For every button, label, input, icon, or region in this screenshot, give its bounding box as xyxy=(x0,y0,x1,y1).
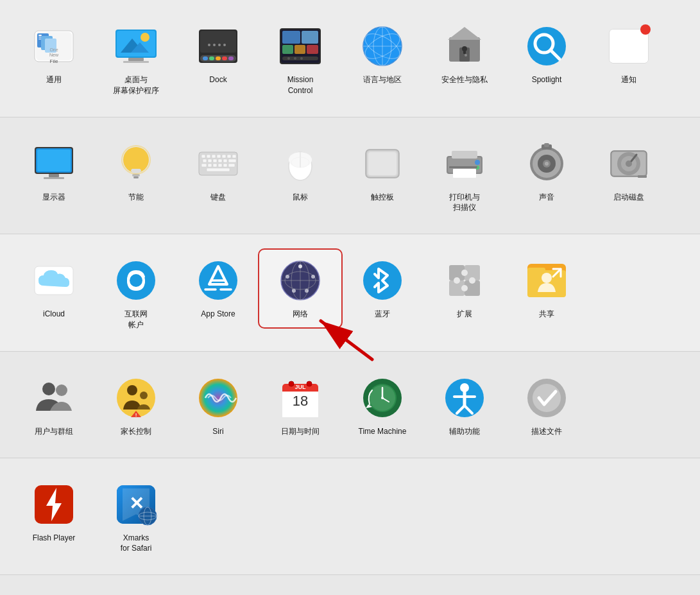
item-icloud[interactable]: iCloud xyxy=(13,250,95,327)
item-sound[interactable]: 声音 xyxy=(506,133,588,211)
dock-icon xyxy=(195,23,241,69)
svg-rect-110 xyxy=(544,143,549,147)
keyboard-icon xyxy=(195,141,241,187)
item-siri[interactable]: Siri xyxy=(177,367,259,445)
svg-rect-85 xyxy=(213,164,217,167)
svg-rect-25 xyxy=(228,56,234,60)
item-mouse[interactable]: 鼠标 xyxy=(259,133,341,211)
svg-rect-36 xyxy=(307,45,318,54)
svg-point-141 xyxy=(461,270,468,276)
item-users[interactable]: 用户与群组 xyxy=(13,367,95,445)
appstore-icon xyxy=(195,257,241,304)
item-displays[interactable]: 显示器 xyxy=(13,133,95,211)
network-label: 网络 xyxy=(293,309,308,320)
item-datetime[interactable]: JUL 18 日期与时间 xyxy=(259,367,341,445)
accessibility-icon xyxy=(441,375,488,421)
internet-label: 互联网帐户 xyxy=(124,309,148,331)
item-dock[interactable]: Dock xyxy=(177,15,259,93)
item-language[interactable]: 语言与地区 xyxy=(341,15,423,93)
svg-point-153 xyxy=(127,385,137,395)
item-extensions[interactable]: 扩展 xyxy=(423,250,506,327)
item-trackpad[interactable]: 触控板 xyxy=(341,133,423,211)
mission-icon xyxy=(277,23,323,69)
svg-point-38 xyxy=(287,57,290,60)
item-keyboard[interactable]: 键盘 xyxy=(177,133,259,211)
flashplayer-icon xyxy=(31,481,77,528)
item-parental[interactable]: ! 家长控制 xyxy=(95,367,177,445)
svg-rect-73 xyxy=(217,155,221,158)
users-icon xyxy=(31,375,77,421)
item-general[interactable]: File New One 通用 xyxy=(13,15,95,93)
svg-point-132 xyxy=(286,275,289,279)
svg-rect-22 xyxy=(209,56,214,60)
svg-text:!: ! xyxy=(135,412,137,418)
svg-point-52 xyxy=(465,54,467,56)
mouse-icon xyxy=(277,141,323,187)
grid-other: Flash Player xyxy=(13,474,687,562)
svg-point-29 xyxy=(223,44,226,46)
item-startup[interactable]: 启动磁盘 xyxy=(588,133,670,211)
item-notifications[interactable]: 通知 xyxy=(588,15,670,93)
item-flashplayer[interactable]: Flash Player xyxy=(13,474,95,551)
item-profiles[interactable]: 描述文件 xyxy=(506,367,588,445)
svg-text:New: New xyxy=(49,53,59,57)
displays-label: 显示器 xyxy=(42,192,65,203)
dock-label: Dock xyxy=(209,74,226,85)
item-internet-accounts[interactable]: 互联网帐户 xyxy=(95,250,177,338)
spotlight-label: Spotlight xyxy=(532,74,562,85)
item-sharing[interactable]: 共享 xyxy=(506,250,588,327)
svg-rect-24 xyxy=(222,56,227,60)
item-mission[interactable]: MissionControl xyxy=(259,15,341,104)
datetime-icon: JUL 18 xyxy=(277,375,323,421)
item-appstore[interactable]: App Store xyxy=(177,250,259,327)
svg-point-165 xyxy=(289,381,294,386)
svg-point-148 xyxy=(542,273,552,283)
item-security[interactable]: 安全性与隐私 xyxy=(423,15,506,93)
bluetooth-icon xyxy=(359,257,405,304)
svg-rect-71 xyxy=(207,155,210,158)
desktop-icon xyxy=(113,23,159,69)
svg-rect-99 xyxy=(452,151,477,159)
svg-point-133 xyxy=(311,275,315,279)
bluetooth-label: 蓝牙 xyxy=(375,309,390,320)
svg-rect-88 xyxy=(228,164,235,167)
spotlight-icon xyxy=(524,23,570,69)
desktop-label: 桌面与屏幕保护程序 xyxy=(113,74,159,96)
profiles-icon xyxy=(524,375,570,421)
svg-point-119 xyxy=(117,261,155,300)
svg-point-154 xyxy=(140,392,148,399)
grid-personal: File New One 通用 xyxy=(13,15,687,104)
svg-rect-16 xyxy=(128,58,144,61)
item-energy[interactable]: 节能 xyxy=(95,133,177,211)
svg-rect-34 xyxy=(282,45,293,54)
svg-text:File: File xyxy=(50,58,58,64)
section-personal: File New One 通用 xyxy=(0,0,700,117)
svg-rect-83 xyxy=(201,164,207,167)
svg-rect-96 xyxy=(368,152,397,175)
item-desktop[interactable]: 桌面与屏幕保护程序 xyxy=(95,15,177,104)
general-icon: File New One xyxy=(31,23,77,69)
item-spotlight[interactable]: Spotlight xyxy=(506,15,588,93)
svg-rect-32 xyxy=(282,31,300,44)
svg-rect-117 xyxy=(638,175,647,178)
mission-label: MissionControl xyxy=(287,74,314,96)
internet-icon xyxy=(113,257,159,304)
svg-rect-103 xyxy=(449,166,477,168)
svg-rect-21 xyxy=(203,56,208,60)
network-icon xyxy=(277,257,323,304)
svg-rect-75 xyxy=(227,155,231,158)
section-system: 用户与群组 ! xyxy=(0,352,700,458)
parental-icon: ! xyxy=(113,375,159,421)
item-xmarks[interactable]: ✕ Xmarksfor Safari xyxy=(95,474,177,562)
siri-icon xyxy=(195,375,241,421)
energy-label: 节能 xyxy=(128,192,144,203)
svg-point-151 xyxy=(56,384,67,396)
item-bluetooth[interactable]: 蓝牙 xyxy=(341,250,423,327)
item-network[interactable]: 网络 xyxy=(259,250,341,327)
security-label: 安全性与隐私 xyxy=(441,74,488,85)
svg-rect-64 xyxy=(44,177,64,179)
item-accessibility[interactable]: 辅助功能 xyxy=(423,367,506,445)
item-timemachine[interactable]: Time Machine xyxy=(341,367,423,445)
startup-icon xyxy=(606,141,652,187)
item-printers[interactable]: 打印机与扫描仪 xyxy=(423,133,506,221)
